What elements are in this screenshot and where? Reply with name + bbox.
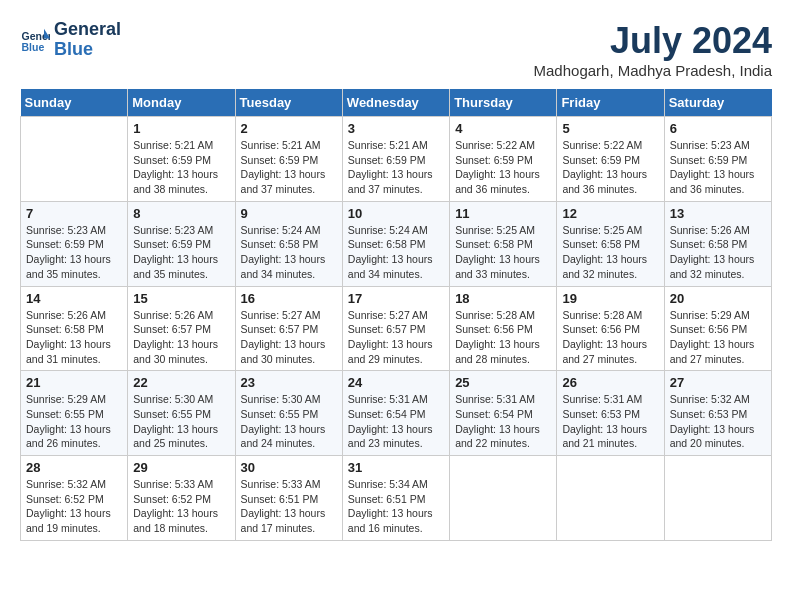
calendar-cell: 6Sunrise: 5:23 AM Sunset: 6:59 PM Daylig…: [664, 117, 771, 202]
calendar-cell: 16Sunrise: 5:27 AM Sunset: 6:57 PM Dayli…: [235, 286, 342, 371]
day-info: Sunrise: 5:29 AM Sunset: 6:55 PM Dayligh…: [26, 392, 122, 451]
calendar-cell: 11Sunrise: 5:25 AM Sunset: 6:58 PM Dayli…: [450, 201, 557, 286]
day-number: 18: [455, 291, 551, 306]
day-number: 21: [26, 375, 122, 390]
day-info: Sunrise: 5:30 AM Sunset: 6:55 PM Dayligh…: [133, 392, 229, 451]
calendar-cell: [557, 456, 664, 541]
header-monday: Monday: [128, 89, 235, 117]
calendar-cell: 20Sunrise: 5:29 AM Sunset: 6:56 PM Dayli…: [664, 286, 771, 371]
day-number: 27: [670, 375, 766, 390]
month-title: July 2024: [534, 20, 772, 62]
day-number: 4: [455, 121, 551, 136]
day-number: 17: [348, 291, 444, 306]
calendar-cell: 3Sunrise: 5:21 AM Sunset: 6:59 PM Daylig…: [342, 117, 449, 202]
day-info: Sunrise: 5:21 AM Sunset: 6:59 PM Dayligh…: [348, 138, 444, 197]
day-number: 14: [26, 291, 122, 306]
day-number: 6: [670, 121, 766, 136]
header-saturday: Saturday: [664, 89, 771, 117]
day-info: Sunrise: 5:25 AM Sunset: 6:58 PM Dayligh…: [455, 223, 551, 282]
calendar-cell: 27Sunrise: 5:32 AM Sunset: 6:53 PM Dayli…: [664, 371, 771, 456]
day-number: 24: [348, 375, 444, 390]
calendar-cell: 29Sunrise: 5:33 AM Sunset: 6:52 PM Dayli…: [128, 456, 235, 541]
day-number: 29: [133, 460, 229, 475]
calendar-cell: 17Sunrise: 5:27 AM Sunset: 6:57 PM Dayli…: [342, 286, 449, 371]
calendar-cell: 1Sunrise: 5:21 AM Sunset: 6:59 PM Daylig…: [128, 117, 235, 202]
calendar-cell: 5Sunrise: 5:22 AM Sunset: 6:59 PM Daylig…: [557, 117, 664, 202]
day-info: Sunrise: 5:33 AM Sunset: 6:51 PM Dayligh…: [241, 477, 337, 536]
day-number: 25: [455, 375, 551, 390]
day-number: 12: [562, 206, 658, 221]
header-wednesday: Wednesday: [342, 89, 449, 117]
header-sunday: Sunday: [21, 89, 128, 117]
day-info: Sunrise: 5:28 AM Sunset: 6:56 PM Dayligh…: [562, 308, 658, 367]
day-number: 26: [562, 375, 658, 390]
day-number: 28: [26, 460, 122, 475]
calendar-cell: 19Sunrise: 5:28 AM Sunset: 6:56 PM Dayli…: [557, 286, 664, 371]
header-thursday: Thursday: [450, 89, 557, 117]
day-info: Sunrise: 5:26 AM Sunset: 6:58 PM Dayligh…: [26, 308, 122, 367]
day-number: 23: [241, 375, 337, 390]
calendar-cell: 12Sunrise: 5:25 AM Sunset: 6:58 PM Dayli…: [557, 201, 664, 286]
calendar-cell: 15Sunrise: 5:26 AM Sunset: 6:57 PM Dayli…: [128, 286, 235, 371]
day-number: 1: [133, 121, 229, 136]
calendar-cell: 9Sunrise: 5:24 AM Sunset: 6:58 PM Daylig…: [235, 201, 342, 286]
location: Madhogarh, Madhya Pradesh, India: [534, 62, 772, 79]
calendar-cell: 13Sunrise: 5:26 AM Sunset: 6:58 PM Dayli…: [664, 201, 771, 286]
day-number: 11: [455, 206, 551, 221]
calendar-cell: 21Sunrise: 5:29 AM Sunset: 6:55 PM Dayli…: [21, 371, 128, 456]
day-info: Sunrise: 5:23 AM Sunset: 6:59 PM Dayligh…: [26, 223, 122, 282]
day-info: Sunrise: 5:22 AM Sunset: 6:59 PM Dayligh…: [455, 138, 551, 197]
day-info: Sunrise: 5:32 AM Sunset: 6:52 PM Dayligh…: [26, 477, 122, 536]
day-info: Sunrise: 5:23 AM Sunset: 6:59 PM Dayligh…: [133, 223, 229, 282]
day-info: Sunrise: 5:25 AM Sunset: 6:58 PM Dayligh…: [562, 223, 658, 282]
day-info: Sunrise: 5:30 AM Sunset: 6:55 PM Dayligh…: [241, 392, 337, 451]
header-friday: Friday: [557, 89, 664, 117]
day-number: 13: [670, 206, 766, 221]
calendar-cell: [664, 456, 771, 541]
calendar-cell: [21, 117, 128, 202]
calendar-cell: [450, 456, 557, 541]
page-header: General Blue General Blue July 2024 Madh…: [20, 20, 772, 79]
week-row-3: 14Sunrise: 5:26 AM Sunset: 6:58 PM Dayli…: [21, 286, 772, 371]
day-number: 5: [562, 121, 658, 136]
calendar-cell: 31Sunrise: 5:34 AM Sunset: 6:51 PM Dayli…: [342, 456, 449, 541]
calendar-cell: 23Sunrise: 5:30 AM Sunset: 6:55 PM Dayli…: [235, 371, 342, 456]
day-number: 9: [241, 206, 337, 221]
logo: General Blue General Blue: [20, 20, 121, 60]
day-number: 10: [348, 206, 444, 221]
header-row: SundayMondayTuesdayWednesdayThursdayFrid…: [21, 89, 772, 117]
week-row-5: 28Sunrise: 5:32 AM Sunset: 6:52 PM Dayli…: [21, 456, 772, 541]
calendar-table: SundayMondayTuesdayWednesdayThursdayFrid…: [20, 89, 772, 541]
day-info: Sunrise: 5:24 AM Sunset: 6:58 PM Dayligh…: [348, 223, 444, 282]
day-info: Sunrise: 5:21 AM Sunset: 6:59 PM Dayligh…: [241, 138, 337, 197]
day-number: 8: [133, 206, 229, 221]
day-info: Sunrise: 5:31 AM Sunset: 6:54 PM Dayligh…: [455, 392, 551, 451]
day-number: 19: [562, 291, 658, 306]
calendar-cell: 30Sunrise: 5:33 AM Sunset: 6:51 PM Dayli…: [235, 456, 342, 541]
week-row-4: 21Sunrise: 5:29 AM Sunset: 6:55 PM Dayli…: [21, 371, 772, 456]
day-info: Sunrise: 5:29 AM Sunset: 6:56 PM Dayligh…: [670, 308, 766, 367]
day-number: 7: [26, 206, 122, 221]
calendar-cell: 25Sunrise: 5:31 AM Sunset: 6:54 PM Dayli…: [450, 371, 557, 456]
day-info: Sunrise: 5:32 AM Sunset: 6:53 PM Dayligh…: [670, 392, 766, 451]
calendar-cell: 2Sunrise: 5:21 AM Sunset: 6:59 PM Daylig…: [235, 117, 342, 202]
title-block: July 2024 Madhogarh, Madhya Pradesh, Ind…: [534, 20, 772, 79]
day-info: Sunrise: 5:26 AM Sunset: 6:57 PM Dayligh…: [133, 308, 229, 367]
day-info: Sunrise: 5:24 AM Sunset: 6:58 PM Dayligh…: [241, 223, 337, 282]
day-number: 20: [670, 291, 766, 306]
day-number: 31: [348, 460, 444, 475]
week-row-2: 7Sunrise: 5:23 AM Sunset: 6:59 PM Daylig…: [21, 201, 772, 286]
day-number: 3: [348, 121, 444, 136]
calendar-cell: 10Sunrise: 5:24 AM Sunset: 6:58 PM Dayli…: [342, 201, 449, 286]
day-info: Sunrise: 5:21 AM Sunset: 6:59 PM Dayligh…: [133, 138, 229, 197]
calendar-cell: 22Sunrise: 5:30 AM Sunset: 6:55 PM Dayli…: [128, 371, 235, 456]
calendar-cell: 8Sunrise: 5:23 AM Sunset: 6:59 PM Daylig…: [128, 201, 235, 286]
day-info: Sunrise: 5:22 AM Sunset: 6:59 PM Dayligh…: [562, 138, 658, 197]
calendar-cell: 4Sunrise: 5:22 AM Sunset: 6:59 PM Daylig…: [450, 117, 557, 202]
svg-text:Blue: Blue: [22, 40, 45, 52]
calendar-cell: 18Sunrise: 5:28 AM Sunset: 6:56 PM Dayli…: [450, 286, 557, 371]
calendar-cell: 26Sunrise: 5:31 AM Sunset: 6:53 PM Dayli…: [557, 371, 664, 456]
day-info: Sunrise: 5:23 AM Sunset: 6:59 PM Dayligh…: [670, 138, 766, 197]
day-info: Sunrise: 5:27 AM Sunset: 6:57 PM Dayligh…: [348, 308, 444, 367]
day-number: 22: [133, 375, 229, 390]
